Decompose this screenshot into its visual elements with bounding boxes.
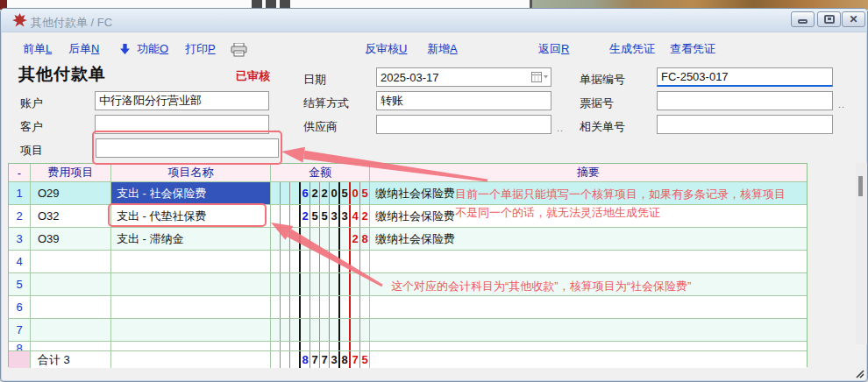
account-field[interactable]	[95, 91, 269, 110]
printer-icon[interactable]	[231, 43, 247, 57]
header-amount-col: 金额	[271, 164, 370, 181]
expense-code-cell[interactable]	[31, 296, 111, 318]
hotkey-letter: R	[561, 42, 569, 55]
project-name-cell[interactable]	[111, 273, 271, 295]
unapprove-button[interactable]: 反审核U	[365, 41, 407, 57]
functions-button[interactable]: 功能O	[137, 41, 168, 57]
summary-cell[interactable]	[370, 342, 807, 350]
summary-cell[interactable]: 缴纳社会保险费	[370, 182, 807, 204]
print-button[interactable]: 打印P	[185, 41, 216, 57]
project-name-cell[interactable]	[111, 296, 271, 318]
row-number-cell[interactable]	[9, 351, 31, 368]
project-name-cell[interactable]	[111, 319, 271, 341]
summary-cell[interactable]	[370, 273, 807, 295]
amount-digit-cell	[330, 296, 340, 318]
table-row: 7	[9, 319, 807, 342]
row-number-cell[interactable]: 8	[9, 342, 31, 350]
summary-cell[interactable]	[370, 296, 807, 318]
amount-digit-cell	[271, 342, 281, 350]
return-button[interactable]: 返回R	[538, 41, 569, 57]
expense-code-cell[interactable]	[31, 319, 111, 341]
expense-code-cell[interactable]: O39	[31, 228, 111, 250]
project-name-cell[interactable]: 支出 - 社会保险费	[111, 182, 271, 204]
header-summary-col: 摘要	[370, 164, 807, 181]
close-button[interactable]: ✕	[842, 11, 865, 27]
amount-cell[interactable]	[271, 342, 369, 350]
project-name-cell[interactable]: 支出 - 滞纳金	[111, 228, 271, 250]
amount-digit-cell	[351, 342, 360, 350]
total-label-cell[interactable]: 合计 3	[31, 351, 111, 368]
view-voucher-button[interactable]: 查看凭证	[670, 41, 715, 57]
amount-cell[interactable]	[271, 319, 369, 341]
amount-digit-cell	[310, 251, 320, 272]
summary-cell[interactable]	[370, 319, 807, 341]
amount-cell[interactable]: 28	[271, 228, 369, 250]
amount-cell[interactable]: 8773875	[271, 351, 369, 368]
bill-no-more-button[interactable]: ..	[838, 99, 845, 110]
date-picker-button[interactable]	[530, 69, 550, 85]
resize-grip[interactable]	[853, 367, 864, 378]
expense-code-cell[interactable]	[31, 251, 111, 272]
row-number-cell[interactable]: 3	[9, 228, 31, 250]
amount-digit-cell	[310, 273, 320, 295]
date-field[interactable]	[376, 67, 551, 87]
supplier-more-button[interactable]: ..	[557, 123, 564, 133]
amount-cell[interactable]	[271, 251, 369, 272]
amount-digit-cell	[360, 296, 369, 318]
amount-digit-cell	[320, 228, 330, 250]
expense-code-cell[interactable]: O29	[31, 182, 111, 204]
amount-cell[interactable]	[271, 273, 369, 295]
project-name-cell[interactable]	[111, 342, 271, 350]
amount-cell[interactable]	[271, 296, 369, 318]
settle-method-field[interactable]	[376, 91, 551, 110]
arrow-down-icon[interactable]	[119, 44, 131, 55]
amount-digit-cell	[290, 296, 301, 318]
voucher-grid: - 费用项目 项目名称 金额 摘要 1O29支出 - 社会保险费6220505缴…	[8, 163, 808, 367]
amount-cell[interactable]: 6220505	[271, 182, 369, 204]
amount-cell[interactable]: 2553342	[271, 205, 369, 227]
amount-digit-cell	[281, 351, 290, 368]
amount-digit-cell	[281, 251, 290, 272]
prev-doc-button[interactable]: 前单L	[23, 41, 52, 57]
project-field[interactable]	[96, 138, 279, 158]
summary-cell[interactable]: 缴纳社会保险费	[370, 228, 807, 250]
amount-digit-cell: 8	[301, 351, 310, 368]
row-number-cell[interactable]: 5	[9, 273, 31, 295]
doc-no-label: 单据编号	[580, 72, 625, 88]
expense-code-cell[interactable]: O32	[31, 205, 111, 227]
amount-digit-cell: 7	[320, 351, 330, 368]
expense-code-cell[interactable]	[31, 273, 111, 295]
row-number-cell[interactable]: 2	[9, 205, 31, 227]
amount-digit-cell	[271, 205, 281, 227]
row-number-cell[interactable]: 6	[9, 296, 31, 318]
amount-digit-cell: 2	[301, 205, 310, 227]
vertical-scrollbar[interactable]	[856, 163, 867, 344]
amount-digit-cell: 3	[330, 205, 340, 227]
doc-no-field[interactable]	[657, 67, 833, 87]
project-name-cell[interactable]: 支出 - 代垫社保费	[111, 205, 271, 227]
amount-digit-cell	[330, 342, 340, 350]
minimize-button[interactable]	[791, 11, 815, 27]
expense-code-cell[interactable]	[31, 342, 111, 350]
generate-voucher-button[interactable]: 生成凭证	[609, 41, 655, 57]
project-name-cell[interactable]	[111, 351, 271, 368]
add-new-button[interactable]: 新增A	[427, 41, 458, 57]
bill-no-field[interactable]	[657, 91, 833, 110]
row-number-cell[interactable]: 7	[9, 319, 31, 341]
row-number-cell[interactable]: 4	[9, 251, 31, 272]
summary-cell[interactable]: 缴纳社会保险费	[370, 205, 807, 227]
supplier-field[interactable]	[376, 115, 551, 134]
customer-field[interactable]	[95, 115, 269, 134]
restore-button[interactable]	[817, 11, 841, 27]
summary-cell[interactable]	[370, 251, 807, 272]
amount-digit-cell	[271, 182, 281, 204]
summary-cell[interactable]	[370, 351, 807, 368]
next-doc-button[interactable]: 后单N	[68, 41, 99, 57]
amount-digit-cell	[310, 228, 320, 250]
scrollbar-thumb[interactable]	[858, 176, 863, 196]
project-name-cell[interactable]	[111, 251, 271, 272]
related-no-field[interactable]	[657, 115, 833, 134]
row-number-cell[interactable]: 1	[9, 182, 31, 204]
amount-digit-cell	[281, 205, 290, 227]
customer-more-button[interactable]: ..	[274, 123, 281, 133]
